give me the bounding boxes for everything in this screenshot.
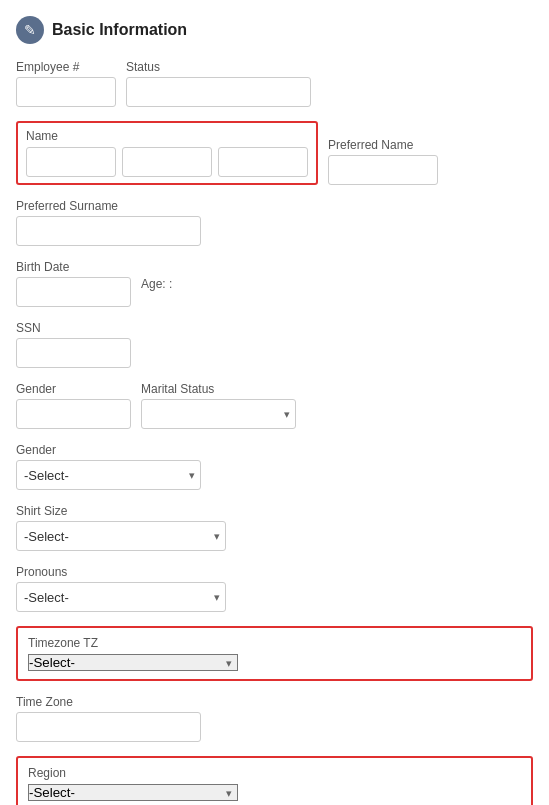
gender-marital-row: Gender Marital Status xyxy=(16,382,533,429)
status-field: Status xyxy=(126,60,311,107)
timezone-tz-wrapper: -Select- xyxy=(28,654,238,671)
birth-date-input[interactable] xyxy=(16,277,131,307)
pronouns-row: Pronouns -Select- xyxy=(16,565,533,612)
shirt-size-wrapper: -Select- xyxy=(16,521,226,551)
gender-select-label: Gender xyxy=(16,443,201,457)
status-input[interactable] xyxy=(126,77,311,107)
pronouns-label: Pronouns xyxy=(16,565,226,579)
marital-status-wrapper xyxy=(141,399,296,429)
preferred-surname-input[interactable] xyxy=(16,216,201,246)
preferred-surname-label: Preferred Surname xyxy=(16,199,201,213)
birth-date-label: Birth Date xyxy=(16,260,131,274)
birth-date-row: Birth Date Age: : xyxy=(16,260,533,307)
timezone-tz-group: Timezone TZ -Select- xyxy=(16,626,533,681)
person-icon: ✎ xyxy=(16,16,44,44)
gender-text-input[interactable] xyxy=(16,399,131,429)
name-preferred-row: Name Preferred Name xyxy=(16,121,533,185)
region-wrapper: -Select- xyxy=(28,784,238,801)
region-select[interactable]: -Select- xyxy=(28,784,238,801)
name-inputs xyxy=(26,147,308,177)
section-title: Basic Information xyxy=(52,21,187,39)
gender-text-label: Gender xyxy=(16,382,131,396)
employee-number-label: Employee # xyxy=(16,60,116,74)
gender-select-row: Gender -Select- xyxy=(16,443,533,490)
time-zone-label: Time Zone xyxy=(16,695,201,709)
shirt-size-row: Shirt Size -Select- xyxy=(16,504,533,551)
birth-date-field: Birth Date xyxy=(16,260,131,307)
gender-select-field: Gender -Select- xyxy=(16,443,201,490)
gender-text-field: Gender xyxy=(16,382,131,429)
timezone-tz-label: Timezone TZ xyxy=(28,636,521,650)
age-display: Age: : xyxy=(141,260,172,290)
preferred-name-input[interactable] xyxy=(328,155,438,185)
ssn-row: SSN xyxy=(16,321,533,368)
preferred-surname-field: Preferred Surname xyxy=(16,199,201,246)
region-group: Region -Select- xyxy=(16,756,533,805)
marital-status-label: Marital Status xyxy=(141,382,296,396)
time-zone-input[interactable] xyxy=(16,712,201,742)
name-last-input[interactable] xyxy=(218,147,308,177)
shirt-size-select[interactable]: -Select- xyxy=(16,521,226,551)
marital-status-field: Marital Status xyxy=(141,382,296,429)
preferred-name-label: Preferred Name xyxy=(328,138,438,152)
section-header: ✎ Basic Information xyxy=(16,16,533,44)
status-label: Status xyxy=(126,60,311,74)
preferred-surname-row: Preferred Surname xyxy=(16,199,533,246)
ssn-label: SSN xyxy=(16,321,131,335)
employee-number-field: Employee # xyxy=(16,60,116,107)
name-group-box: Name xyxy=(16,121,318,185)
gender-select[interactable]: -Select- xyxy=(16,460,201,490)
pronouns-wrapper: -Select- xyxy=(16,582,226,612)
employee-status-row: Employee # Status xyxy=(16,60,533,107)
time-zone-field: Time Zone xyxy=(16,695,201,742)
name-label: Name xyxy=(26,129,308,143)
name-first-input[interactable] xyxy=(26,147,116,177)
ssn-input[interactable] xyxy=(16,338,131,368)
name-middle-input[interactable] xyxy=(122,147,212,177)
pronouns-select[interactable]: -Select- xyxy=(16,582,226,612)
gender-select-wrapper: -Select- xyxy=(16,460,201,490)
pronouns-field: Pronouns -Select- xyxy=(16,565,226,612)
ssn-field: SSN xyxy=(16,321,131,368)
timezone-tz-select[interactable]: -Select- xyxy=(28,654,238,671)
preferred-name-field: Preferred Name xyxy=(328,138,438,185)
employee-number-input[interactable] xyxy=(16,77,116,107)
region-label: Region xyxy=(28,766,521,780)
shirt-size-label: Shirt Size xyxy=(16,504,226,518)
shirt-size-field: Shirt Size -Select- xyxy=(16,504,226,551)
time-zone-row: Time Zone xyxy=(16,695,533,742)
marital-status-select[interactable] xyxy=(141,399,296,429)
